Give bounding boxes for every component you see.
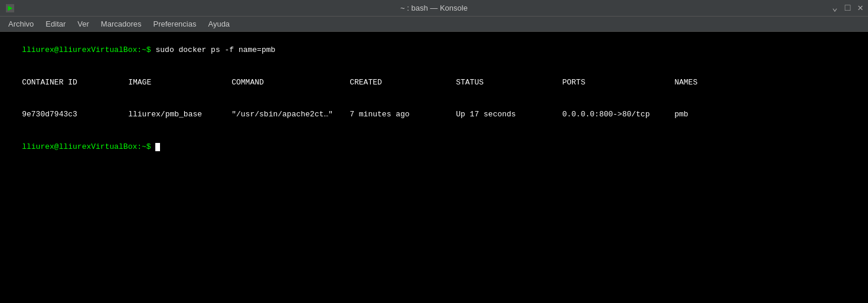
app-icon bbox=[5, 3, 15, 14]
row-names: pmb bbox=[674, 109, 688, 120]
command-line-2: lliurex@lliurexVirtualBox:~$ bbox=[4, 131, 864, 164]
menu-ayuda[interactable]: Ayuda bbox=[202, 18, 236, 30]
header-names: NAMES bbox=[674, 77, 697, 88]
menu-ver[interactable]: Ver bbox=[71, 18, 95, 30]
prompt-space-2 bbox=[151, 142, 156, 151]
row-status: Up 17 seconds bbox=[456, 109, 562, 120]
header-status: STATUS bbox=[456, 77, 562, 88]
row-container-id: 9e730d7943c3 bbox=[22, 109, 128, 120]
row-image: lliurex/pmb_base bbox=[128, 109, 231, 120]
row-ports: 0.0.0.0:800->80/tcp bbox=[562, 109, 674, 120]
header-created: CREATED bbox=[350, 77, 456, 88]
terminal-cursor bbox=[155, 143, 160, 151]
menubar: Archivo Editar Ver Marcadores Preferenci… bbox=[0, 17, 868, 32]
terminal[interactable]: lliurex@lliurexVirtualBox:~$ sudo docker… bbox=[0, 32, 868, 303]
menu-archivo[interactable]: Archivo bbox=[2, 18, 40, 30]
close-button[interactable]: ✕ bbox=[857, 4, 863, 13]
header-command: COMMAND bbox=[231, 77, 350, 88]
table-header: CONTAINER IDIMAGECOMMANDCREATEDSTATUSPOR… bbox=[4, 67, 864, 99]
titlebar: ~ : bash — Konsole ⌄ □ ✕ bbox=[0, 0, 868, 17]
table-row-1: 9e730d7943c3lliurex/pmb_base"/usr/sbin/a… bbox=[4, 99, 864, 131]
menu-preferencias[interactable]: Preferencias bbox=[147, 18, 202, 30]
prompt-user-1: lliurex@lliurexVirtualBox bbox=[22, 45, 137, 54]
command-text-1: sudo docker ps -f name=pmb bbox=[151, 45, 276, 54]
window-controls[interactable]: ⌄ □ ✕ bbox=[832, 4, 863, 13]
prompt-symbol-1: :~$ bbox=[137, 45, 151, 54]
row-created: 7 minutes ago bbox=[350, 109, 456, 120]
prompt-user-2: lliurex@lliurexVirtualBox bbox=[22, 142, 137, 151]
menu-marcadores[interactable]: Marcadores bbox=[95, 18, 148, 30]
window-title: ~ : bash — Konsole bbox=[400, 4, 468, 12]
titlebar-left bbox=[5, 3, 19, 14]
maximize-button[interactable]: □ bbox=[845, 4, 851, 13]
minimize-button[interactable]: ⌄ bbox=[832, 4, 838, 13]
menu-editar[interactable]: Editar bbox=[40, 18, 71, 30]
row-command: "/usr/sbin/apache2ct…" bbox=[231, 109, 350, 120]
header-container: CONTAINER ID bbox=[22, 77, 128, 88]
header-image: IMAGE bbox=[128, 77, 231, 88]
command-line-1: lliurex@lliurexVirtualBox:~$ sudo docker… bbox=[4, 34, 864, 67]
header-ports: PORTS bbox=[562, 77, 674, 88]
prompt-symbol-2: :~$ bbox=[137, 142, 151, 151]
